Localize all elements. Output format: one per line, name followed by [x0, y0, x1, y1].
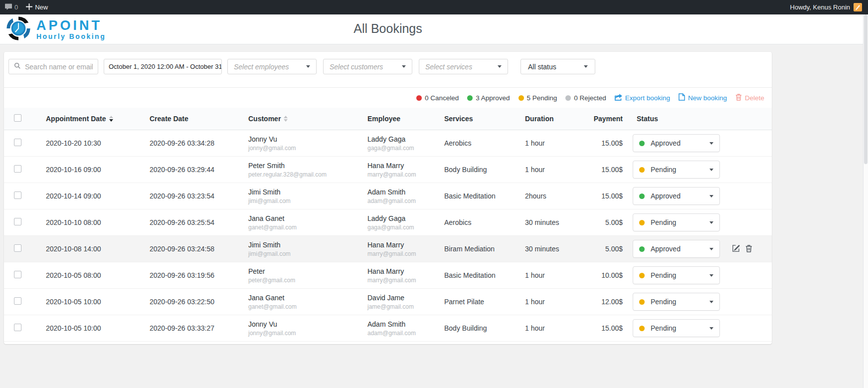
column-services: Services	[440, 108, 521, 130]
new-menu[interactable]: New	[26, 3, 48, 11]
search-input[interactable]	[25, 63, 93, 71]
employee-email: adam@gmail.com	[367, 197, 436, 204]
create-date-cell: 2020-09-26 03:33:27	[146, 315, 244, 342]
column-create-date: Create Date	[146, 108, 244, 130]
booking-row: 2020-10-14 09:00 2020-09-26 03:23:54 Jim…	[4, 183, 772, 209]
duration-cell: 30 minutes	[521, 209, 586, 236]
document-icon	[679, 93, 685, 102]
duration-cell: 1 hour	[521, 157, 586, 183]
date-range-input[interactable]: October 1, 2020 12:00 AM - October 31, 2…	[104, 59, 222, 74]
caret-down-icon	[709, 301, 713, 303]
booking-row: 2020-10-05 10:00 2020-09-26 03:33:27 Jon…	[4, 315, 772, 342]
select-employees[interactable]: Select employees	[227, 59, 317, 74]
column-customer-label: Customer	[248, 115, 281, 123]
appointment-date-cell: 2020-10-14 09:00	[42, 183, 146, 209]
payment-cell: 15.00$	[586, 157, 627, 183]
employee-cell: Laddy Gaga gaga@gmail.com	[363, 130, 440, 157]
avatar[interactable]	[854, 3, 862, 11]
row-checkbox[interactable]	[14, 165, 21, 173]
row-checkbox[interactable]	[14, 139, 21, 146]
status-value: Approved	[651, 192, 681, 200]
scrollbar-thumb[interactable]	[864, 14, 868, 164]
sort-icon	[109, 116, 113, 122]
status-value: Pending	[651, 298, 676, 306]
status-counter: 5 Pending	[519, 94, 557, 102]
bookings-table: Appointment Date Create Date Customer Em…	[4, 108, 772, 342]
status-counter: 3 Approved	[467, 94, 510, 102]
trash-icon	[735, 93, 742, 102]
column-appointment-date[interactable]: Appointment Date	[42, 108, 146, 130]
delete-row-icon[interactable]	[745, 244, 752, 252]
employee-cell: David Jame jame@gmail.com	[363, 289, 440, 315]
caret-down-icon	[709, 195, 713, 197]
status-dot	[639, 141, 645, 146]
vertical-scrollbar[interactable]	[863, 14, 868, 388]
appointment-date-cell: 2020-10-10 08:00	[42, 209, 146, 236]
status-dot	[467, 95, 473, 101]
status-dot	[639, 220, 645, 225]
status-dropdown[interactable]: Approved	[633, 134, 720, 152]
customer-name: Jimi Smith	[248, 188, 359, 196]
duration-cell: 30 minutes	[521, 236, 586, 262]
edit-row-icon[interactable]	[732, 244, 740, 252]
caret-down-icon	[709, 327, 713, 330]
customer-email: jimi@gmail.com	[248, 197, 359, 204]
column-status: Status	[627, 108, 728, 130]
customer-email: jimi@gmail.com	[248, 250, 359, 257]
comments-menu[interactable]: 0	[5, 3, 18, 11]
status-dropdown[interactable]: Approved	[633, 187, 720, 205]
employee-name: Hana Marry	[367, 267, 436, 275]
howdy-text[interactable]: Howdy, Kenus Ronin	[790, 3, 850, 11]
row-checkbox[interactable]	[14, 297, 21, 305]
select-all-checkbox[interactable]	[14, 114, 21, 122]
employee-email: marry@gmail.com	[367, 250, 436, 257]
duration-cell: 1 hour	[521, 289, 586, 315]
customer-cell: Jana Ganet ganet@gmail.com	[244, 289, 363, 315]
employee-cell: Laddy Gaga gaga@gmail.com	[363, 209, 440, 236]
status-dot	[565, 95, 571, 101]
select-employees-placeholder: Select employees	[234, 63, 289, 71]
caret-down-icon	[709, 274, 713, 277]
caret-down-icon	[584, 65, 588, 68]
status-filter[interactable]: All status	[521, 59, 595, 74]
status-dropdown[interactable]: Pending	[633, 319, 720, 337]
appointment-date-cell: 2020-10-20 10:30	[42, 130, 146, 157]
search-box[interactable]	[8, 59, 98, 74]
employee-cell: Hana Marry marry@gmail.com	[363, 236, 440, 262]
select-services[interactable]: Select services	[419, 59, 508, 74]
appointment-date-cell: 2020-10-05 10:00	[42, 315, 146, 342]
export-booking-button[interactable]: Export booking	[615, 94, 670, 102]
create-date-cell: 2020-09-26 03:22:50	[146, 289, 244, 315]
row-checkbox[interactable]	[14, 192, 21, 199]
status-dropdown[interactable]: Pending	[633, 213, 720, 231]
column-customer[interactable]: Customer	[244, 108, 363, 130]
customer-cell: Jonny Vu jonny@gmail.com	[244, 315, 363, 342]
booking-row: 2020-10-05 08:00 2020-09-26 03:19:56 Pet…	[4, 262, 772, 289]
delete-button[interactable]: Delete	[735, 93, 764, 102]
status-dropdown[interactable]: Pending	[633, 266, 720, 284]
appointment-date-cell: 2020-10-08 14:00	[42, 236, 146, 262]
column-payment: Payment	[586, 108, 627, 130]
row-checkbox[interactable]	[14, 324, 21, 331]
status-dropdown[interactable]: Pending	[633, 293, 720, 311]
employee-name: David Jame	[367, 294, 436, 302]
column-appointment-date-label: Appointment Date	[46, 115, 106, 123]
select-customers[interactable]: Select customers	[323, 59, 412, 74]
service-cell: Aerobics	[440, 209, 521, 236]
duration-cell: 1 hour	[521, 130, 586, 157]
customer-email: ganet@gmail.com	[248, 303, 359, 310]
status-dot	[416, 95, 422, 101]
row-checkbox[interactable]	[14, 244, 21, 252]
appointment-date-cell: 2020-10-05 08:00	[42, 262, 146, 289]
row-checkbox[interactable]	[14, 271, 21, 278]
wp-admin-bar: 0 New Howdy, Kenus Ronin	[0, 0, 868, 14]
status-dropdown[interactable]: Pending	[633, 161, 720, 179]
payment-cell: 10.00$	[586, 262, 627, 289]
date-range-value: October 1, 2020 12:00 AM - October 31, 2…	[109, 63, 222, 70]
summary-bar: 0 Canceled 3 Approved 5 Pending 0 Reject…	[4, 88, 772, 107]
row-checkbox[interactable]	[14, 218, 21, 225]
new-booking-button[interactable]: New booking	[679, 93, 727, 102]
customer-name: Jana Ganet	[248, 294, 359, 302]
status-dropdown[interactable]: Approved	[633, 240, 720, 258]
page-title: All Bookings	[0, 21, 776, 36]
